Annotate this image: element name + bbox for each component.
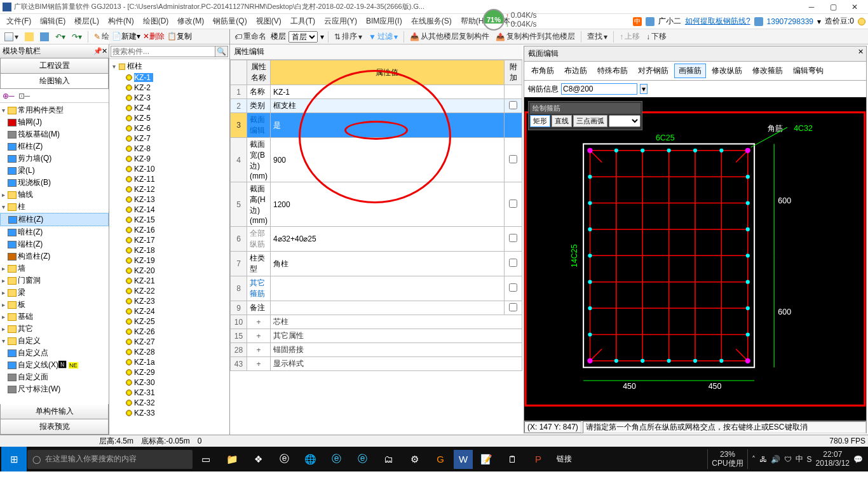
move-up[interactable]: ↑上移 bbox=[618, 30, 642, 43]
nav-node[interactable]: ▸梁 bbox=[0, 287, 109, 299]
nav-node[interactable]: ▸墙 bbox=[0, 262, 109, 274]
table-row[interactable]: 15+其它属性 bbox=[231, 329, 522, 343]
tray-shield-icon[interactable]: 🛡 bbox=[784, 455, 792, 464]
nav-node[interactable]: 现浇板(B) bbox=[0, 177, 109, 189]
tray-up-icon[interactable]: ˄ bbox=[752, 455, 756, 464]
nav-node[interactable]: ▸板 bbox=[0, 299, 109, 311]
member-item[interactable]: KZ-13 bbox=[111, 194, 228, 205]
nav-node[interactable]: ▸基础 bbox=[0, 311, 109, 323]
table-row[interactable]: 6全部纵筋4⌀32+40⌀25 bbox=[231, 227, 522, 252]
nav-node[interactable]: 暗柱(Z) bbox=[0, 226, 109, 238]
member-tree[interactable]: ▾ 框柱 KZ-1 KZ-2 KZ-3 KZ-4 KZ-5 KZ-6 KZ-7 … bbox=[109, 59, 229, 435]
task-app1[interactable]: 📁 bbox=[219, 447, 245, 471]
table-row[interactable]: 10+芯柱 bbox=[231, 315, 522, 329]
nav-tab-project[interactable]: 工程设置 bbox=[0, 58, 109, 74]
menu-tool[interactable]: 工具(T) bbox=[287, 15, 319, 28]
section-tab[interactable]: 修改纵筋 bbox=[707, 64, 747, 78]
nav-tab-single[interactable]: 单构件输入 bbox=[0, 404, 109, 419]
nav-node[interactable]: 自定义面 bbox=[0, 371, 109, 383]
task-ie2[interactable]: ⓔ bbox=[349, 447, 375, 471]
faq-link[interactable]: 如何提取板钢筋线? bbox=[685, 16, 750, 27]
user-name[interactable]: 广小二 bbox=[658, 16, 681, 27]
member-item[interactable]: KZ-17 bbox=[111, 235, 228, 245]
member-item[interactable]: KZ-19 bbox=[111, 255, 228, 266]
rebar-dd-icon[interactable]: ▾ bbox=[640, 84, 648, 94]
section-tab[interactable]: 画箍筋 bbox=[674, 64, 706, 78]
move-down[interactable]: ↓下移 bbox=[644, 30, 668, 43]
task-ie1[interactable]: ⓔ bbox=[323, 447, 349, 471]
draw-line-button[interactable]: 直线 bbox=[552, 115, 572, 127]
nav-node[interactable]: ▾常用构件类型 bbox=[0, 104, 109, 116]
section-close-icon[interactable]: ✕ bbox=[858, 48, 864, 56]
section-tab[interactable]: 布边筋 bbox=[560, 64, 592, 78]
find-member[interactable]: 查找▾ bbox=[585, 30, 609, 43]
nav-node[interactable]: ▾自定义 bbox=[0, 335, 109, 347]
nav-tab-draw[interactable]: 绘图输入 bbox=[0, 74, 109, 89]
draw-extra-select[interactable] bbox=[609, 115, 641, 127]
table-row[interactable]: 43+显示样式 bbox=[231, 357, 522, 371]
section-tab[interactable]: 特殊布筋 bbox=[593, 64, 632, 78]
search-icon[interactable]: 🔍 bbox=[215, 46, 228, 57]
table-row[interactable]: 28+锚固搭接 bbox=[231, 343, 522, 357]
nav-node[interactable]: 筏板基础(M) bbox=[0, 128, 109, 140]
tray-net-icon[interactable]: 🖧 bbox=[759, 455, 767, 464]
table-row[interactable]: 9备注 bbox=[231, 301, 522, 315]
menu-bim[interactable]: BIM应用(I) bbox=[362, 15, 406, 28]
member-item[interactable]: KZ-12 bbox=[111, 184, 228, 194]
floor-select[interactable]: 首层 bbox=[288, 31, 318, 43]
nav-tab-report[interactable]: 报表预览 bbox=[0, 419, 109, 435]
taskbar-search[interactable]: ◯ 在这里输入你要搜索的内容 bbox=[27, 450, 193, 469]
task-note[interactable]: 📝 bbox=[473, 447, 499, 471]
table-row[interactable]: 8其它箍筋 bbox=[231, 276, 522, 301]
new-button[interactable]: ▾ bbox=[3, 31, 20, 43]
coin-label[interactable]: 造价豆:0 bbox=[825, 16, 854, 27]
member-item[interactable]: KZ-6 bbox=[111, 123, 228, 133]
member-item[interactable]: KZ-24 bbox=[111, 306, 228, 316]
tray-ime-lbl[interactable]: 中 bbox=[796, 454, 803, 464]
nav-node[interactable]: 尺寸标注(W) bbox=[0, 383, 109, 395]
nav-node[interactable]: 框柱(Z) bbox=[0, 213, 109, 226]
menu-floor[interactable]: 楼层(L) bbox=[71, 15, 103, 28]
task-ppt[interactable]: P bbox=[526, 447, 551, 471]
table-row[interactable]: 5截面高(H边)(mm)1200 bbox=[231, 182, 522, 227]
member-item[interactable]: KZ-1a bbox=[111, 357, 228, 367]
member-item[interactable]: KZ-10 bbox=[111, 164, 228, 174]
task-link[interactable]: 链接 bbox=[552, 447, 577, 471]
member-item[interactable]: KZ-20 bbox=[111, 266, 228, 276]
rename-button[interactable]: 🏷重命名 bbox=[233, 30, 268, 43]
member-item[interactable]: KZ-23 bbox=[111, 296, 228, 306]
menu-view[interactable]: 视图(V) bbox=[252, 15, 285, 28]
member-item[interactable]: KZ-9 bbox=[111, 154, 228, 164]
tray-vol-icon[interactable]: 🔊 bbox=[771, 455, 780, 464]
member-item[interactable]: KZ-33 bbox=[111, 408, 228, 418]
save-button[interactable] bbox=[38, 31, 51, 43]
close-button[interactable]: ✕ bbox=[844, 1, 865, 13]
member-item[interactable]: KZ-1 bbox=[111, 72, 228, 83]
member-item[interactable]: KZ-32 bbox=[111, 398, 228, 408]
nav-tree[interactable]: ▾常用构件类型轴网(J)筏板基础(M)框柱(Z)剪力墙(Q)梁(L)现浇板(B)… bbox=[0, 103, 109, 404]
table-row[interactable]: 7柱类型角柱 bbox=[231, 252, 522, 276]
section-tab[interactable]: 修改箍筋 bbox=[748, 64, 787, 78]
nav-node[interactable]: 自定义点 bbox=[0, 347, 109, 359]
member-item[interactable]: KZ-2 bbox=[111, 83, 228, 93]
menu-edit[interactable]: 编辑(E) bbox=[36, 15, 69, 28]
nav-node[interactable]: 端柱(Z) bbox=[0, 238, 109, 250]
rebar-info-input[interactable] bbox=[561, 83, 637, 95]
sort-button[interactable]: ⇅排序▾ bbox=[332, 30, 364, 43]
task-word[interactable]: W bbox=[454, 450, 473, 469]
nav-node[interactable]: ▸门窗洞 bbox=[0, 274, 109, 287]
member-item[interactable]: KZ-22 bbox=[111, 286, 228, 296]
member-item[interactable]: KZ-11 bbox=[111, 174, 228, 184]
redo-button[interactable]: ↷▾ bbox=[70, 31, 84, 43]
maximize-button[interactable]: ▢ bbox=[822, 1, 844, 13]
tray-clock[interactable]: 22:072018/3/12 bbox=[816, 451, 850, 467]
member-item[interactable]: KZ-30 bbox=[111, 377, 228, 388]
member-item[interactable]: KZ-4 bbox=[111, 103, 228, 113]
menu-file[interactable]: 文件(F) bbox=[3, 15, 35, 28]
tray-notif-icon[interactable]: 💬 bbox=[853, 455, 863, 464]
member-new[interactable]: 📄新建▾ bbox=[112, 31, 140, 42]
member-tree-root[interactable]: ▾ 框柱 bbox=[111, 60, 228, 72]
task-edge[interactable]: ⓔ bbox=[271, 447, 297, 471]
menu-member[interactable]: 构件(N) bbox=[104, 15, 138, 28]
table-row[interactable]: 2类别框支柱 bbox=[231, 99, 522, 113]
